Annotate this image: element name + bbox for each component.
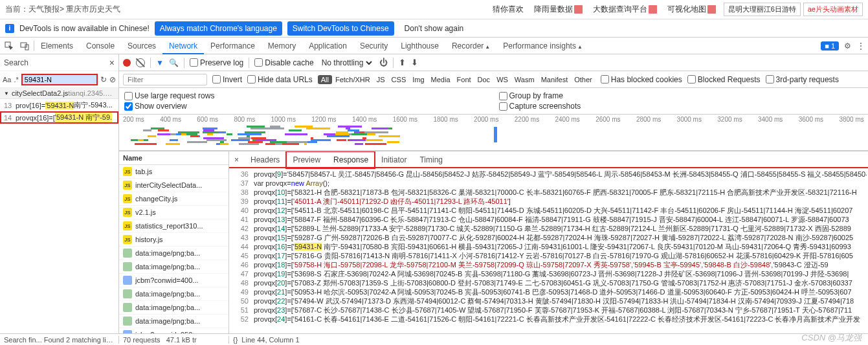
filter-type-doc[interactable]: Doc [474,75,494,84]
tab-memory[interactable]: Memory [262,38,302,54]
code-line: 36provqx[9]='58457|58457-L 吴江-58457|5845… [229,170,867,179]
hide-data-urls-checkbox[interactable]: Hide data URLs [247,75,313,84]
tab-performance[interactable]: Performance [204,38,262,54]
request-item[interactable]: JSv2.1.js [119,206,228,219]
timeline-overview[interactable]: 200 ms400 ms600 ms800 ms1000 ms1200 ms14… [119,115,868,151]
image-file-icon [123,249,132,258]
request-item[interactable]: data:image/png;ba... [119,301,228,315]
image-file-icon [123,317,132,326]
filter-type-manifest[interactable]: Manifest [538,75,572,84]
filter-icon[interactable]: ▼ [156,58,164,67]
more-icon[interactable]: ⋮ [856,41,865,51]
top-link[interactable]: 可视化地图 [667,4,716,15]
code-line: 47provqx[19]=['53698-S 石家庄-53698|70242-A… [229,269,867,278]
search-result-file[interactable]: ▼ citySelectData2.js tianqi.2345.co... [0,88,118,99]
detail-tab-response[interactable]: Response [327,151,375,168]
filter-type-all[interactable]: All [318,75,332,84]
request-item[interactable]: JShistory.js [119,233,228,247]
js-file-icon: JS [123,167,132,176]
export-icon[interactable]: ⬇ [411,58,418,67]
code-line: 43provqx[15]=['59287-G 广州-59287|72026-B … [229,233,867,242]
tab-console[interactable]: Console [80,38,121,54]
inspect-icon[interactable] [3,39,16,52]
filter-type-other[interactable]: Other [571,75,595,84]
tab-security[interactable]: Security [353,38,394,54]
request-item[interactable]: data:image/png;ba... [119,287,228,301]
detail-tab-initiator[interactable]: Initiator [375,151,413,168]
dont-show-button[interactable]: Don't show again [399,21,469,36]
filter-type-media[interactable]: Media [428,75,454,84]
request-item[interactable]: jcbm?conwid=250... [119,328,228,333]
always-match-button[interactable]: Always match Chrome's language [155,21,282,36]
device-icon[interactable] [18,39,31,52]
import-icon[interactable]: ⬆ [399,58,406,67]
network-conditions-icon[interactable]: ⏻ [379,58,388,67]
close-detail-icon[interactable]: × [229,155,244,164]
request-item[interactable]: jcbm?conwid=400... [119,274,228,287]
issues-badge[interactable]: ■ 1 [821,41,839,50]
search-status: Search fin... Found 2 matching lin... [0,336,119,344]
third-party-checkbox[interactable]: 3rd-party requests [766,75,839,84]
refresh-icon[interactable]: ↻ [100,75,107,84]
code-line: 45provqx[17]=['57816-G 贵阳-57816|71413-N … [229,251,867,260]
request-item[interactable]: data:image/png;ba... [119,315,228,328]
top-link[interactable]: 大数据查询平台 [593,4,657,15]
tab-sources[interactable]: Sources [121,38,162,54]
top-link[interactable]: 猜你喜欢 [493,4,524,15]
show-overview-checkbox[interactable]: Show overview [124,102,489,111]
clear-icon[interactable]: ⊘ [109,75,116,84]
request-item[interactable]: JSchangeCity.js [119,192,228,206]
case-toggle[interactable]: Aa [3,76,11,83]
filter-type-wasm[interactable]: Wasm [511,75,538,84]
filter-type-fetch/xhr[interactable]: Fetch/XHR [332,75,373,84]
detail-tab-timing[interactable]: Timing [413,151,449,168]
capture-screenshots-checkbox[interactable]: Capture screenshots [499,102,863,111]
search-icon[interactable]: 🔍 [169,58,179,67]
document-file-icon [123,276,132,285]
throttling-select[interactable]: No throttling [319,58,374,68]
request-item[interactable]: JSstatistics_report310... [119,219,228,233]
tab-lighthouse[interactable]: Lighthouse [394,38,445,54]
search-result-line[interactable]: 14 provqx[16]=['59431-N 南宁-59. [0,111,118,124]
invert-checkbox[interactable]: Invert [212,75,242,84]
preserve-log-checkbox[interactable]: Preserve log [190,58,243,67]
group-frame-checkbox[interactable]: Group by frame [499,91,863,100]
filter-input[interactable] [123,74,207,85]
regex-toggle[interactable]: .* [14,76,18,83]
request-item[interactable]: data:image/png;ba... [119,247,228,260]
search-input[interactable] [23,75,96,84]
record-button[interactable] [123,59,131,67]
devtools-info-bar: i DevTools is now available in Chinese! … [0,19,868,38]
disable-cache-checkbox[interactable]: Disable cache [254,58,313,67]
filter-type-img[interactable]: Img [409,75,427,84]
close-icon[interactable]: × [109,58,115,68]
tab-perf-insights[interactable]: Performance insights▲ [496,38,589,54]
code-line: 37var provqx=new Array(); [229,179,867,188]
response-body[interactable]: 36provqx[9]='58457|58457-L 吴江-58457|5845… [229,168,868,333]
tab-elements[interactable]: Elements [34,38,80,54]
detail-tab-headers[interactable]: Headers [244,151,286,168]
tab-recorder[interactable]: Recorder▲ [445,38,496,54]
filter-type-css[interactable]: CSS [388,75,410,84]
tab-application[interactable]: Application [302,38,353,54]
clear-button[interactable] [136,58,145,67]
settings-icon[interactable]: ⚙ [844,41,851,50]
switch-language-button[interactable]: Switch DevTools to Chinese [287,21,394,36]
filter-type-js[interactable]: JS [373,75,388,84]
favorite-icon [707,5,716,14]
detail-tab-preview[interactable]: Preview [286,151,327,168]
tab-network[interactable]: Network [162,38,204,54]
search-result-line[interactable]: 13 prov[16]= '59431-N 南宁-5943... [0,99,118,111]
image-file-icon [123,289,132,298]
request-item[interactable]: JSinterCitySelectData... [119,179,228,192]
request-item[interactable]: data:image/png;ba... [119,260,228,274]
top-link[interactable]: 降雨量数据 [534,4,583,15]
large-rows-checkbox[interactable]: Use large request rows [124,91,489,100]
request-item[interactable]: JStab.js [119,165,228,179]
filter-type-font[interactable]: Font [454,75,474,84]
blocked-cookies-checkbox[interactable]: Has blocked cookies [601,75,682,84]
filter-type-ws[interactable]: WS [493,75,511,84]
browser-tab[interactable]: 昆明大理丽江6日游特 [724,3,801,16]
browser-tab[interactable]: ae片头动画素材 [803,3,863,16]
blocked-requests-checkbox[interactable]: Blocked Requests [687,75,761,84]
